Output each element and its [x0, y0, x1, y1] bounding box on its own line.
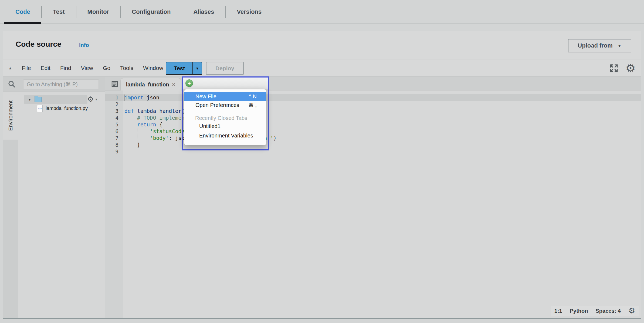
- line-number: 5: [105, 121, 123, 128]
- menu-tools[interactable]: Tools: [120, 65, 133, 71]
- search-row: [3, 77, 105, 92]
- editor-content-area: Environment ▼ dagster_pipes_funct ⚙ ▼ <>…: [3, 77, 641, 318]
- file-name[interactable]: lambda_function.py: [46, 106, 88, 111]
- chevron-down-icon: ▼: [196, 66, 199, 70]
- upload-from-label: Upload from: [578, 42, 613, 49]
- code-line-text: return {: [123, 121, 162, 128]
- selection-highlight: [24, 95, 87, 104]
- spaces-setting[interactable]: Spaces: 4: [596, 308, 621, 314]
- menu-item-new-file[interactable]: New File ^ N: [184, 92, 266, 101]
- line-number: 4: [105, 115, 123, 121]
- tree-settings-button[interactable]: ⚙ ▼: [87, 96, 98, 103]
- line-number: 3: [105, 108, 123, 115]
- code-line-text: [123, 101, 124, 108]
- tab-test[interactable]: Test: [42, 0, 76, 23]
- panel-header: Code source Info Upload from ▼: [3, 31, 641, 59]
- chevron-down-icon: ▼: [95, 98, 98, 101]
- dropdown-tab-strip: [183, 78, 268, 89]
- tab-lambda-function[interactable]: lambda_function ×: [120, 78, 181, 91]
- menu-find[interactable]: Find: [60, 65, 71, 71]
- tab-list-icon[interactable]: [111, 81, 118, 87]
- file-tree: ▼ dagster_pipes_funct ⚙ ▼ <> lambda_func…: [18, 92, 105, 318]
- shortcut-label: ^ N: [249, 93, 257, 100]
- collapse-toolbar-icon[interactable]: ▲: [8, 66, 12, 70]
- menu-item-open-preferences[interactable]: Open Preferences ⌘ ,: [184, 101, 266, 109]
- line-number: 8: [105, 142, 123, 148]
- chevron-down-icon: ▼: [618, 43, 622, 48]
- text-cursor: [124, 95, 124, 101]
- tab-code[interactable]: Code: [4, 0, 41, 23]
- left-icon-strip: Environment: [3, 92, 18, 318]
- tab-versions[interactable]: Versions: [226, 0, 273, 23]
- shortcut-label: ⌘ ,: [248, 102, 257, 108]
- code-line-text: }: [123, 142, 140, 148]
- deploy-button[interactable]: Deploy: [206, 62, 244, 75]
- page-title: Code source: [16, 40, 62, 49]
- test-split-button: Test ▼: [166, 62, 202, 75]
- go-to-anything-input[interactable]: [23, 79, 99, 89]
- menu-go[interactable]: Go: [103, 65, 110, 71]
- code-source-panel: Code source Info Upload from ▼ ▲ File Ed…: [3, 31, 641, 319]
- code-line-text: # TODO implement: [123, 115, 188, 121]
- top-navigation: Code Test Monitor Configuration Aliases …: [0, 0, 644, 24]
- tab-aliases[interactable]: Aliases: [182, 0, 225, 23]
- line-number: 7: [105, 135, 123, 142]
- status-bar: 1:1 Python Spaces: 4 ⚙: [551, 306, 639, 316]
- line-number: 9: [105, 148, 123, 155]
- fullscreen-icon[interactable]: [609, 63, 619, 73]
- environment-label: Environment: [8, 100, 14, 131]
- test-button[interactable]: Test: [166, 62, 192, 75]
- test-dropdown-button[interactable]: ▼: [192, 62, 202, 75]
- menu-section-header: Recently Closed Tabs: [184, 115, 266, 122]
- folder-caret-icon[interactable]: ▼: [28, 98, 31, 102]
- close-icon[interactable]: ×: [172, 82, 175, 88]
- info-link[interactable]: Info: [79, 42, 89, 48]
- status-gear-icon[interactable]: ⚙: [628, 307, 635, 315]
- new-tab-menu-container: + New File ^ N Open Preferences ⌘ , Rece…: [182, 76, 269, 150]
- code-line-text: import json: [123, 94, 159, 101]
- line-number: 1: [105, 94, 123, 101]
- tree-row-folder[interactable]: ▼ dagster_pipes_funct ⚙ ▼: [18, 95, 105, 104]
- cursor-position: 1:1: [554, 308, 562, 314]
- tab-monitor[interactable]: Monitor: [76, 0, 120, 23]
- menu-item-environment-variables[interactable]: Environment Variables: [184, 131, 266, 140]
- menu-item-label: New File: [195, 93, 216, 100]
- search-icon: [7, 80, 16, 89]
- line-number: 2: [105, 101, 123, 108]
- code-line-text: [123, 148, 124, 155]
- tree-row-file[interactable]: <> lambda_function.py: [18, 104, 105, 113]
- language-mode[interactable]: Python: [570, 308, 588, 314]
- menu-item-untitled1[interactable]: Untitled1: [184, 122, 266, 131]
- upload-from-button[interactable]: Upload from ▼: [568, 39, 631, 52]
- python-file-icon: <>: [37, 105, 43, 112]
- menu-divider: [188, 112, 263, 112]
- tab-configuration[interactable]: Configuration: [121, 0, 182, 23]
- context-menu: New File ^ N Open Preferences ⌘ , Recent…: [184, 89, 266, 145]
- menu-window[interactable]: Window: [143, 65, 163, 71]
- line-number: 6: [105, 128, 123, 135]
- menu-item-label: Open Preferences: [195, 102, 239, 108]
- plus-icon[interactable]: +: [185, 79, 193, 87]
- folder-icon: [35, 97, 42, 102]
- menu-file[interactable]: File: [22, 65, 31, 71]
- sidebar-item-environment[interactable]: Environment: [3, 92, 18, 140]
- settings-gear-icon[interactable]: ⚙: [625, 63, 636, 74]
- tab-label: lambda_function: [126, 82, 169, 88]
- menu-view[interactable]: View: [81, 65, 93, 71]
- indent-guide: [137, 128, 137, 142]
- toolbar-right-icons: ⚙: [609, 59, 636, 77]
- gear-icon: ⚙: [87, 96, 94, 103]
- menu-edit[interactable]: Edit: [41, 65, 50, 71]
- editor-toolbar: ▲ File Edit Find View Go Tools Window Te…: [3, 59, 641, 77]
